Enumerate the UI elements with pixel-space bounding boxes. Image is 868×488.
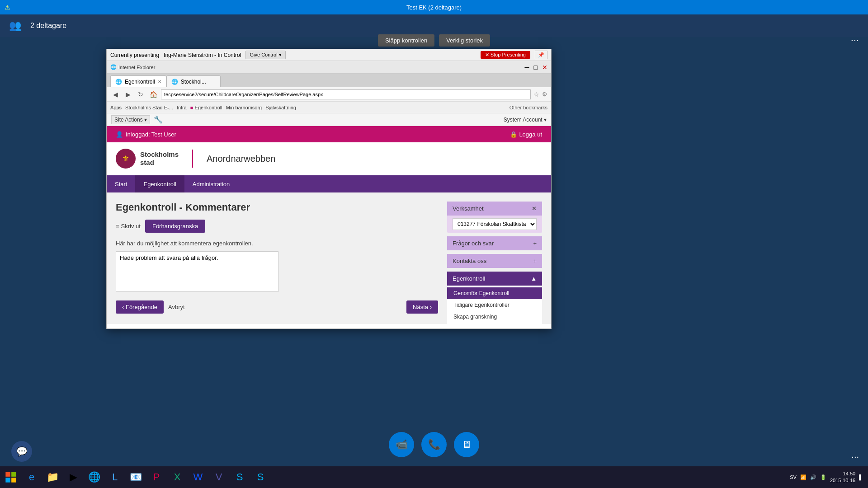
svg-rect-1 [11,472,16,477]
sidebar-egenkontroll: Egenkontroll ▲ Genomför Egenkontroll Tid… [447,272,542,324]
taskbar-visio[interactable]: V [209,467,229,487]
more-options[interactable]: ··· [851,29,859,52]
link-tidigare[interactable]: Tidigare Egenkontroller [447,299,542,311]
give-control-button[interactable]: Give Control ▾ [245,51,285,59]
browser-title-text: Internet Explorer [118,65,523,70]
system-account[interactable]: System Account ▾ [504,117,547,123]
nav-start[interactable]: Start [107,175,135,192]
back-button[interactable]: ◀ [110,89,120,99]
refresh-button[interactable]: ↻ [136,89,146,99]
preview-button[interactable]: Förhandsgranska [145,220,205,233]
svg-rect-3 [11,478,16,483]
next-button[interactable]: Nästa › [406,300,438,314]
verksamhet-dropdown[interactable]: 013277 Förskolan Skattkistan [453,218,537,230]
taskbar-skype[interactable]: S [230,467,250,487]
taskbar-folder[interactable]: 📁 [42,467,62,487]
sidebar-kontakta-header[interactable]: Kontakta oss + [447,254,542,268]
taskbar-blue[interactable]: L [105,467,125,487]
taskbar-ie[interactable]: e [22,467,42,487]
bookmark-intra[interactable]: Intra [177,105,187,110]
chat-button[interactable]: 💬 [11,441,32,462]
clock-date: 2015-10-16 [830,477,855,484]
site-name: Anordnarwebben [207,154,275,164]
sidebar-fragor-header[interactable]: Frågor och svar + [447,236,542,250]
kontakta-expand[interactable]: + [533,258,537,264]
write-button[interactable]: ≡ Skriv ut [116,223,141,230]
other-bookmarks[interactable]: Other bookmarks [509,105,547,110]
show-desktop[interactable]: ▌ [859,474,863,480]
home-button[interactable]: 🏠 [148,89,158,99]
settings-icon[interactable]: ⚙ [542,91,547,98]
egenkontroll-collapse[interactable]: ▲ [531,275,537,282]
tab-close[interactable]: ✕ [158,79,161,84]
phone-button[interactable]: 📞 [421,432,447,457]
bookmark-stockholm[interactable]: Stockholms Stad E-... [125,105,173,110]
video-button[interactable]: 📹 [389,432,414,457]
taskbar-clock[interactable]: 14:50 2015-10-16 [830,470,855,484]
svg-rect-2 [5,478,10,483]
taskbar-chrome[interactable]: 🌐 [84,467,104,487]
prev-button[interactable]: ‹ Föregående [116,300,164,314]
lang-label: SV [790,474,797,480]
close-button[interactable]: ✕ [542,64,547,71]
tab-stockholm[interactable]: 🌐 Stockhol... [166,75,221,87]
logout-button[interactable]: 🔒 Logga ut [510,131,542,138]
egenkontroll-header[interactable]: Egenkontroll ▲ [447,272,542,286]
network-icon: 📶 [800,474,807,480]
bookmark-barnomsorg[interactable]: Min barnomsorg [226,105,262,110]
nav-administration[interactable]: Administration [184,175,238,192]
login-info: 👤 Inloggad: Test User [116,131,176,138]
warning-icon: ⚠ [5,4,10,11]
screen-share-button[interactable]: 🖥 [454,432,479,457]
address-bar[interactable] [161,89,531,99]
minimize-button[interactable]: ─ [525,64,529,71]
taskbar-excel[interactable]: X [167,467,187,487]
top-bar: ⚠ Test EK (2 deltagare) [0,0,868,14]
bookmark-star[interactable]: ☆ [533,91,539,98]
lock-icon: 🔒 [510,131,517,138]
link-skapa[interactable]: Skapa granskning [447,311,542,323]
tab-egenkontroll[interactable]: 🌐 Egenkontroll ✕ [110,75,166,87]
stop-presenting-button[interactable]: ✕ Stop Presenting [481,51,530,59]
chat-icon: 💬 [16,446,28,457]
taskbar-skype2[interactable]: S [250,467,270,487]
tab-label: Egenkontroll [125,79,155,85]
taskbar: e 📁 ▶ 🌐 L 📧 P X W V S S SV 📶 🔊 🔋 14:50 2… [0,466,868,488]
nav-egenkontroll[interactable]: Egenkontroll [135,175,184,192]
tool-icon: 🔧 [154,115,163,124]
bookmark-sjalvskattning[interactable]: Självskattning [265,105,296,110]
link-genomfor-granskning[interactable]: Genomför granskning [447,323,542,324]
start-button[interactable] [2,468,20,486]
participants-label: 2 deltagare [30,22,66,30]
org-name: Stockholms stad [140,150,179,167]
actual-size-button[interactable]: Verklig storlek [439,34,490,47]
browser-nav: ◀ ▶ ↻ 🏠 ☆ ⚙ [107,87,551,102]
taskbar-outlook[interactable]: 📧 [126,467,146,487]
bookmark-egenkontroll[interactable]: ■ Egenkontroll [190,105,222,110]
verksamhet-content: 013277 Förskolan Skattkistan [447,216,542,233]
logout-label: Logga ut [519,131,542,138]
more-menu-button[interactable]: ··· [851,451,859,462]
sidebar-verksamhet-header[interactable]: Verksamhet ✕ [447,202,542,216]
taskbar-items: e 📁 ▶ 🌐 L 📧 P X W V S S [22,467,270,487]
cancel-button[interactable]: Avbryt [168,304,185,310]
page-header: ⚜ Stockholms stad Anordnarwebben [107,142,551,175]
kontakta-title: Kontakta oss [453,258,486,264]
release-control-button[interactable]: Släpp kontrollen [378,34,434,47]
egenkontroll-title: Egenkontroll [453,275,485,282]
pin-button[interactable]: 📌 [535,51,547,59]
link-genomfor[interactable]: Genomför Egenkontroll [447,287,542,299]
taskbar-word[interactable]: W [188,467,208,487]
fragor-expand[interactable]: + [533,240,537,247]
svg-rect-0 [5,472,10,477]
comment-textarea[interactable]: Hade problem att svara på alla frågor. [116,251,278,292]
meeting-bottom-controls: 📹 📞 🖥 [389,432,479,457]
maximize-button[interactable]: □ [534,64,538,71]
bookmark-apps[interactable]: Apps [110,105,122,110]
site-actions-button[interactable]: Site Actions ▾ [111,115,150,124]
forward-button[interactable]: ▶ [123,89,133,99]
browser-tabs: 🌐 Egenkontroll ✕ 🌐 Stockhol... [107,74,551,87]
taskbar-media[interactable]: ▶ [63,467,83,487]
taskbar-ppt[interactable]: P [146,467,166,487]
verksamhet-close[interactable]: ✕ [532,205,537,212]
